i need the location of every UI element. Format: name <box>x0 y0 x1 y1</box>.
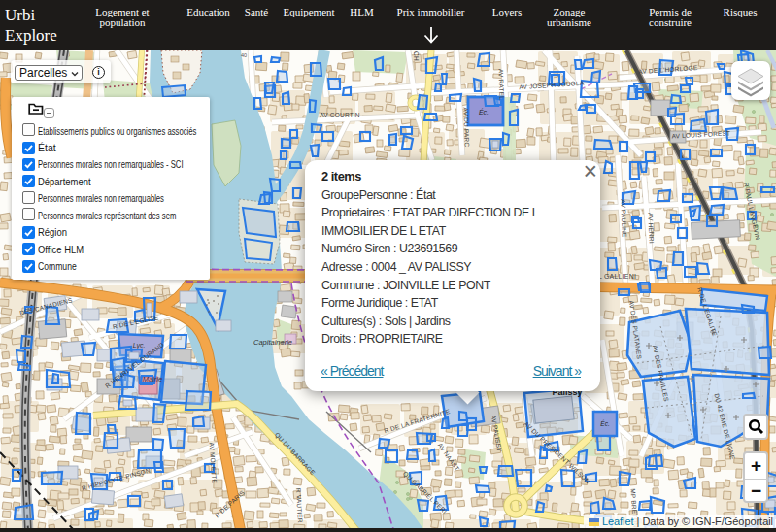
svg-text:AV RATEL: AV RATEL <box>497 69 505 100</box>
svg-text:Capitainerie: Capitainerie <box>253 338 292 347</box>
svg-text:Mairie: Mairie <box>143 375 162 383</box>
svg-text:Éc.: Éc. <box>600 419 610 427</box>
svg-text:Lyc.: Lyc. <box>133 342 146 349</box>
svg-text:Éc.: Éc. <box>479 108 489 116</box>
svg-text:CH: CH <box>413 51 420 61</box>
svg-text:AV COURTIN: AV COURTIN <box>320 112 360 118</box>
svg-text:AV HENRI: AV HENRI <box>647 213 655 244</box>
svg-text:AV PAULINE: AV PAULINE <box>620 199 627 238</box>
svg-text:40: 40 <box>241 52 247 58</box>
svg-text:AV DU PARC: AV DU PARC <box>462 107 470 147</box>
svg-text:×: × <box>281 340 285 346</box>
